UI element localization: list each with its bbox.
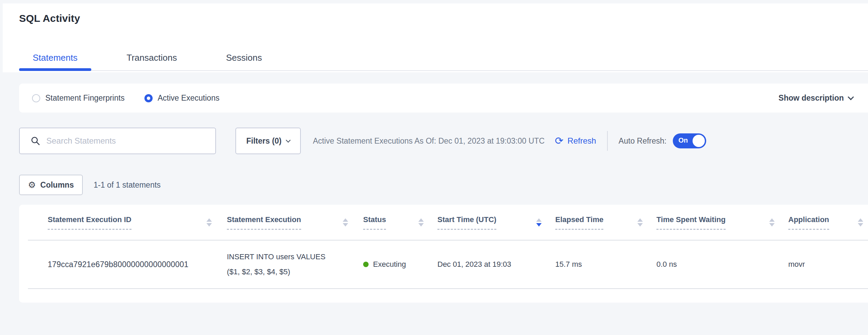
cell-application: movr bbox=[788, 260, 868, 269]
column-label[interactable]: Statement Execution bbox=[227, 215, 301, 230]
chevron-down-icon bbox=[285, 138, 290, 143]
header-elapsed-time: Elapsed Time bbox=[555, 215, 656, 230]
refresh-button[interactable]: ⟳ Refresh bbox=[555, 136, 596, 146]
radio-label: Active Executions bbox=[158, 93, 220, 103]
header-statement-execution-id: Statement Execution ID bbox=[28, 215, 227, 230]
radio-statement-fingerprints[interactable]: Statement Fingerprints bbox=[32, 93, 125, 103]
sort-icon[interactable] bbox=[769, 218, 775, 227]
table-row[interactable]: 179cca7921e679b80000000000000001 INSERT … bbox=[28, 241, 868, 289]
sort-up-arrow bbox=[536, 218, 542, 222]
as-of-text: Active Statement Executions As Of: Dec 0… bbox=[313, 136, 545, 146]
column-label[interactable]: Application bbox=[788, 215, 829, 230]
statements-table: Statement Execution ID Statement Executi… bbox=[28, 205, 868, 289]
column-label[interactable]: Status bbox=[363, 215, 386, 230]
chevron-down-icon bbox=[848, 94, 854, 100]
filters-button[interactable]: Filters (0) bbox=[235, 128, 301, 154]
sort-up-arrow bbox=[769, 218, 775, 222]
filters-label: Filters (0) bbox=[246, 136, 282, 146]
cell-elapsed-time: 15.7 ms bbox=[555, 260, 656, 269]
refresh-label: Refresh bbox=[568, 136, 596, 146]
sort-down-arrow bbox=[637, 223, 643, 227]
show-description-label: Show description bbox=[778, 93, 844, 103]
radio-label: Statement Fingerprints bbox=[45, 93, 125, 103]
sort-down-arrow bbox=[858, 223, 863, 227]
refresh-icon: ⟳ bbox=[555, 136, 563, 146]
result-count: 1-1 of 1 statements bbox=[94, 180, 161, 190]
sort-icon[interactable] bbox=[858, 218, 863, 227]
table-header-row: Statement Execution ID Statement Executi… bbox=[28, 205, 868, 241]
statements-table-card: Statement Execution ID Statement Executi… bbox=[19, 205, 868, 303]
auto-refresh-label: Auto Refresh: bbox=[619, 136, 667, 146]
column-label[interactable]: Start Time (UTC) bbox=[437, 215, 496, 230]
sort-icon[interactable] bbox=[206, 218, 212, 227]
gear-icon: ⚙ bbox=[28, 180, 36, 190]
auto-refresh-toggle[interactable]: On bbox=[673, 133, 706, 148]
sort-icon[interactable] bbox=[343, 218, 348, 227]
header-start-time: Start Time (UTC) bbox=[437, 215, 555, 230]
radio-selected-icon[interactable] bbox=[144, 94, 153, 102]
page-title: SQL Activity bbox=[19, 12, 868, 25]
toggle-knob[interactable] bbox=[693, 135, 705, 147]
show-description-button[interactable]: Show description bbox=[778, 93, 853, 103]
table-controls-row: ⚙ Columns 1-1 of 1 statements bbox=[19, 175, 868, 195]
search-box[interactable] bbox=[19, 128, 216, 154]
cell-time-spent-waiting: 0.0 ns bbox=[656, 260, 788, 269]
status-dot-icon bbox=[363, 262, 369, 267]
sort-icon-active-desc[interactable] bbox=[536, 218, 542, 227]
cell-start-time: Dec 01, 2023 at 19:03 bbox=[437, 260, 555, 269]
columns-button-label: Columns bbox=[40, 180, 74, 190]
sort-up-arrow bbox=[206, 218, 212, 222]
statement-text: INSERT INTO users VALUES ($1, $2, $3, $4… bbox=[227, 249, 329, 279]
sort-up-arrow bbox=[637, 218, 643, 222]
cell-statement[interactable]: INSERT INTO users VALUES ($1, $2, $3, $4… bbox=[227, 249, 363, 279]
radio-unselected-icon[interactable] bbox=[32, 94, 40, 102]
sort-down-arrow bbox=[343, 223, 348, 227]
columns-button[interactable]: ⚙ Columns bbox=[19, 175, 83, 195]
sort-icon[interactable] bbox=[637, 218, 643, 227]
sort-down-arrow bbox=[206, 223, 212, 227]
header-application: Application bbox=[788, 215, 868, 230]
tab-sessions[interactable]: Sessions bbox=[212, 53, 276, 70]
toggle-state-label: On bbox=[679, 136, 688, 144]
search-input[interactable] bbox=[46, 136, 208, 146]
cell-status: Executing bbox=[363, 260, 437, 269]
header-time-spent-waiting: Time Spent Waiting bbox=[656, 215, 788, 230]
column-label[interactable]: Elapsed Time bbox=[555, 215, 603, 230]
sort-down-arrow bbox=[536, 223, 542, 227]
status-label: Executing bbox=[373, 260, 406, 269]
column-label[interactable]: Statement Execution ID bbox=[48, 215, 131, 230]
sort-up-arrow bbox=[343, 218, 348, 222]
page-header: SQL Activity Statements Transactions Ses… bbox=[3, 3, 868, 72]
tab-transactions[interactable]: Transactions bbox=[113, 53, 191, 70]
view-mode-card: Statement Fingerprints Active Executions… bbox=[19, 84, 868, 113]
radio-active-executions[interactable]: Active Executions bbox=[144, 93, 220, 103]
sort-down-arrow bbox=[769, 223, 775, 227]
column-label[interactable]: Time Spent Waiting bbox=[656, 215, 726, 230]
tab-statements[interactable]: Statements bbox=[19, 53, 91, 70]
sort-icon[interactable] bbox=[418, 218, 424, 227]
sort-down-arrow bbox=[418, 223, 424, 227]
header-status: Status bbox=[363, 215, 437, 230]
header-statement-execution: Statement Execution bbox=[227, 215, 363, 230]
sort-up-arrow bbox=[418, 218, 424, 222]
vertical-divider bbox=[607, 131, 608, 151]
search-icon bbox=[31, 136, 40, 146]
toolbar: Filters (0) Active Statement Executions … bbox=[19, 128, 868, 154]
sort-up-arrow bbox=[858, 218, 863, 222]
tab-bar: Statements Transactions Sessions bbox=[19, 25, 868, 71]
cell-execution-id[interactable]: 179cca7921e679b80000000000000001 bbox=[28, 260, 227, 269]
